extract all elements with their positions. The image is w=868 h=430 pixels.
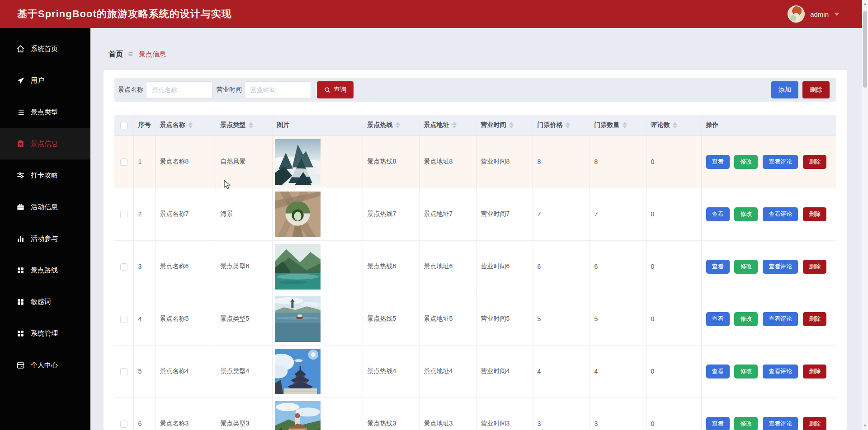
row-delete-button[interactable]: 删除 xyxy=(803,155,826,169)
cell-photo xyxy=(272,188,363,240)
view-button[interactable]: 查看 xyxy=(706,365,730,379)
sidebar-item-attraction-info[interactable]: 景点信息 xyxy=(0,128,90,159)
add-button[interactable]: 添加 xyxy=(771,81,798,98)
select-all-checkbox[interactable] xyxy=(120,122,127,129)
view-comments-button[interactable]: 查看评论 xyxy=(763,155,798,169)
view-comments-button[interactable]: 查看评论 xyxy=(763,417,798,430)
table-row: 6 景点名称3 景点类型3 xyxy=(114,397,836,430)
user-menu[interactable]: admin xyxy=(788,0,840,28)
search-button-label: 查询 xyxy=(334,86,346,94)
sidebar-item-attraction-route[interactable]: 景点路线 xyxy=(0,254,90,286)
row-checkbox[interactable] xyxy=(120,421,127,428)
edit-button[interactable]: 修改 xyxy=(734,155,758,169)
view-button[interactable]: 查看 xyxy=(706,417,730,430)
sort-icon[interactable] xyxy=(249,122,253,128)
cell-quantity: 7 xyxy=(590,188,646,240)
attraction-name-input[interactable] xyxy=(146,81,212,98)
cell-hours: 营业时间4 xyxy=(476,345,533,397)
row-checkbox[interactable] xyxy=(120,159,127,166)
cell-hours: 营业时间5 xyxy=(476,293,533,345)
filter-hours-label: 营业时间 xyxy=(217,86,242,94)
sidebar-item-attraction-type[interactable]: 景点类型 xyxy=(0,96,90,128)
row-delete-button[interactable]: 删除 xyxy=(803,312,826,326)
edit-button[interactable]: 修改 xyxy=(734,260,758,274)
table-row: 4 景点名称5 景点类型5 xyxy=(114,293,836,345)
cell-actions: 查看 修改 查看评论 删除 xyxy=(701,293,836,345)
cell-hotline: 景点热线5 xyxy=(363,293,419,345)
row-checkbox[interactable] xyxy=(120,368,127,375)
col-type[interactable]: 景点类型 xyxy=(216,115,272,136)
cell-photo xyxy=(272,397,363,430)
edit-button[interactable]: 修改 xyxy=(734,312,758,326)
sort-icon[interactable] xyxy=(623,122,627,128)
view-button[interactable]: 查看 xyxy=(706,207,730,221)
delete-button[interactable]: 删除 xyxy=(802,81,830,98)
sidebar-item-users[interactable]: 用户 xyxy=(0,65,90,96)
row-delete-button[interactable]: 删除 xyxy=(803,260,826,274)
scroll-down-icon[interactable]: ▼ xyxy=(862,423,868,429)
col-quantity[interactable]: 门票数量 xyxy=(590,115,646,136)
cell-index: 3 xyxy=(133,240,155,293)
sort-icon[interactable] xyxy=(509,122,514,128)
edit-button[interactable]: 修改 xyxy=(734,417,758,430)
view-comments-button[interactable]: 查看评论 xyxy=(763,312,798,326)
sidebar-item-sensitive-words[interactable]: 敏感词 xyxy=(0,286,90,318)
sidebar-item-label: 景点信息 xyxy=(31,140,58,148)
cell-name: 景点名称3 xyxy=(155,397,216,430)
row-checkbox[interactable] xyxy=(120,211,127,218)
cell-name: 景点名称4 xyxy=(155,345,216,397)
sidebar-item-label: 系统管理 xyxy=(31,329,58,338)
search-toolbar: 景点名称 营业时间 查询 添加 删除 xyxy=(114,78,836,102)
cell-index: 1 xyxy=(133,136,155,188)
view-button[interactable]: 查看 xyxy=(706,155,730,169)
sidebar: 系统首页 用户 景点类型 景点信息 打卡攻略 活动信息 活动参与 xyxy=(0,28,90,430)
sidebar-item-label: 用户 xyxy=(31,76,44,85)
row-delete-button[interactable]: 删除 xyxy=(803,365,826,379)
cell-name: 景点名称7 xyxy=(155,188,216,240)
row-delete-button[interactable]: 删除 xyxy=(803,207,826,221)
view-comments-button[interactable]: 查看评论 xyxy=(763,365,798,379)
breadcrumb-home-link[interactable]: 首页 xyxy=(108,50,123,59)
view-comments-button[interactable]: 查看评论 xyxy=(763,207,798,221)
scrollbar-thumb[interactable] xyxy=(863,11,867,88)
row-checkbox[interactable] xyxy=(120,316,127,323)
paper-plane-icon xyxy=(16,76,25,85)
sort-icon[interactable] xyxy=(188,122,193,128)
row-checkbox[interactable] xyxy=(120,263,127,271)
row-delete-button[interactable]: 删除 xyxy=(803,417,826,430)
sidebar-item-system-management[interactable]: 系统管理 xyxy=(0,318,90,349)
col-address[interactable]: 景点地址 xyxy=(419,115,476,136)
cell-hours: 营业时间6 xyxy=(476,240,533,293)
view-button[interactable]: 查看 xyxy=(706,260,730,274)
search-button[interactable]: 查询 xyxy=(317,81,354,98)
attraction-photo-west-lake-boat xyxy=(275,296,321,342)
edit-button[interactable]: 修改 xyxy=(734,365,758,379)
view-button[interactable]: 查看 xyxy=(706,312,730,326)
col-hotline[interactable]: 景点热线 xyxy=(363,115,419,136)
col-hours[interactable]: 营业时间 xyxy=(476,115,533,136)
view-comments-button[interactable]: 查看评论 xyxy=(763,260,798,274)
col-price[interactable]: 门票价格 xyxy=(533,115,590,136)
sidebar-item-personal-center[interactable]: 个人中心 xyxy=(0,349,90,381)
table-header-row: 序号 景点名称 景点类型 图片 景点热线 景点地址 营业时间 门票价格 门票数量… xyxy=(114,115,836,136)
scroll-up-icon[interactable]: ▲ xyxy=(862,1,868,7)
col-actions: 操作 xyxy=(701,115,836,136)
scrollbar[interactable]: ▲ ▼ xyxy=(862,0,868,430)
sidebar-item-label: 个人中心 xyxy=(31,361,58,369)
sidebar-item-label: 打卡攻略 xyxy=(31,171,58,180)
sort-icon[interactable] xyxy=(673,122,677,128)
sidebar-item-home[interactable]: 系统首页 xyxy=(0,33,90,65)
sort-icon[interactable] xyxy=(396,122,400,128)
business-hours-input[interactable] xyxy=(245,81,311,98)
edit-button[interactable]: 修改 xyxy=(734,207,758,221)
col-comments[interactable]: 评论数 xyxy=(646,115,701,136)
sort-icon[interactable] xyxy=(452,122,457,128)
sidebar-item-activity-info[interactable]: 活动信息 xyxy=(0,191,90,223)
sidebar-item-activity-participation[interactable]: 活动参与 xyxy=(0,223,90,254)
col-name[interactable]: 景点名称 xyxy=(155,115,216,136)
username-label: admin xyxy=(810,10,829,18)
cell-price: 4 xyxy=(533,345,590,397)
sidebar-item-checkin-guide[interactable]: 打卡攻略 xyxy=(0,159,90,191)
sort-icon[interactable] xyxy=(566,122,570,128)
id-card-icon xyxy=(16,361,25,369)
